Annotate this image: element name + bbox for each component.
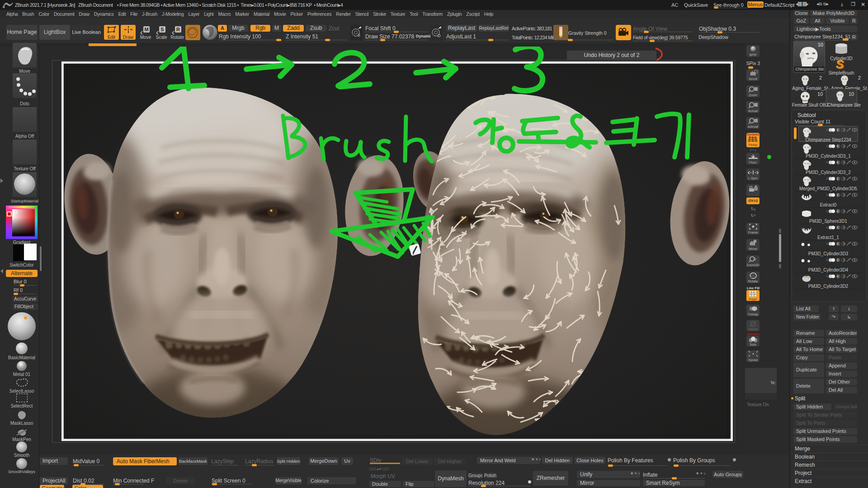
svg-text:S: S [160,27,164,32]
svg-text:R: R [176,27,180,32]
svg-text:S: S [358,33,360,38]
svg-text:M: M [144,27,148,32]
svg-text:D: D [438,33,441,38]
svg-text:D: D [754,257,756,261]
svg-text:R: R [752,274,755,277]
